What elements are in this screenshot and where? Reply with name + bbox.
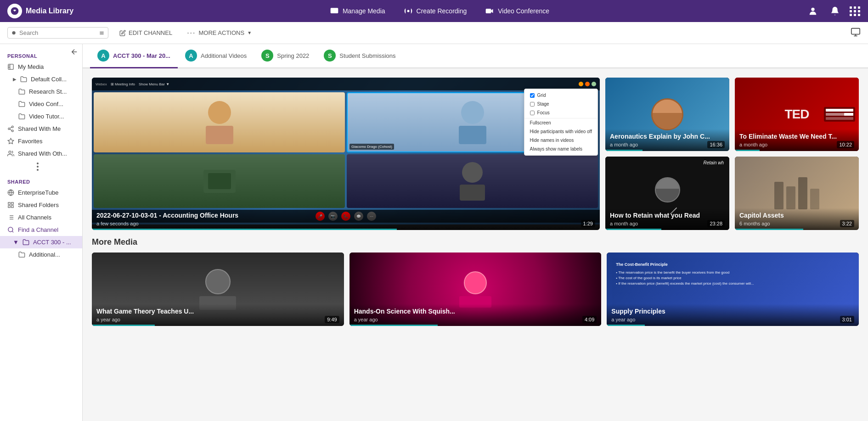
sidebar-item-all-channels[interactable]: All Channels bbox=[0, 211, 82, 224]
create-recording-label: Create Recording bbox=[417, 7, 467, 15]
capitol-assets-title: Capitol Assets bbox=[739, 212, 854, 219]
eliminate-waste-meta: a month ago 10:22 bbox=[739, 141, 854, 148]
search-box[interactable] bbox=[7, 27, 108, 39]
sidebar-item-video-tutor[interactable]: Video Tutor... bbox=[0, 110, 82, 123]
retain-meta: a month ago 23:28 bbox=[610, 220, 725, 227]
svg-point-35 bbox=[8, 227, 13, 232]
aeronautics-card[interactable]: Aeronautics Explain by John C... a month… bbox=[605, 78, 729, 151]
svg-rect-25 bbox=[8, 202, 10, 204]
toolbar: EDIT CHANNEL ··· MORE ACTIONS ▼ bbox=[0, 22, 868, 44]
featured-video-card[interactable]: Webex ⊞ Meeting Info Show Menu Bar ▼ bbox=[92, 78, 600, 230]
svg-rect-26 bbox=[11, 202, 13, 204]
tab-additional-videos[interactable]: A Additional Videos bbox=[178, 44, 254, 68]
sidebar-item-dots-menu[interactable] bbox=[0, 160, 82, 174]
capitol-assets-progress bbox=[735, 229, 803, 230]
svg-line-6 bbox=[15, 34, 16, 35]
tab-label-acct: ACCT 300 - Mar 20... bbox=[113, 52, 170, 59]
game-theory-progress bbox=[92, 325, 155, 326]
create-recording-link[interactable]: Create Recording bbox=[395, 3, 476, 19]
retain-card[interactable]: Retain wh bbox=[605, 157, 729, 230]
sidebar-label-acct-300: ACCT 300 - ... bbox=[33, 239, 71, 246]
apps-grid-button[interactable] bbox=[850, 6, 861, 16]
capitol-assets-age: 6 months ago bbox=[739, 221, 770, 226]
edit-channel-button[interactable]: EDIT CHANNEL bbox=[116, 28, 176, 38]
sidebar-item-favorites[interactable]: Favorites bbox=[0, 135, 82, 147]
sidebar-label-enterprise-tube: EnterpriseTube bbox=[18, 189, 58, 196]
svg-rect-1 bbox=[331, 8, 338, 13]
sidebar-item-shared-with-me[interactable]: Shared With Me bbox=[0, 123, 82, 135]
capitol-assets-overlay: Capitol Assets 6 months ago 3:22 bbox=[735, 208, 859, 230]
sidebar-item-research-st[interactable]: Research St... bbox=[0, 85, 82, 98]
tab-spring-2022[interactable]: S Spring 2022 bbox=[254, 44, 316, 68]
svg-rect-27 bbox=[11, 206, 13, 208]
sidebar-item-find-a-channel[interactable]: Find a Channel bbox=[0, 224, 82, 236]
sidebar-label-shared-others: Shared With Oth... bbox=[18, 150, 67, 157]
featured-progress-bar bbox=[92, 229, 397, 230]
retain-title: How to Retain what you Read bbox=[610, 212, 725, 219]
aeronautics-age: a month ago bbox=[610, 142, 638, 147]
sidebar-item-acct-300[interactable]: ▼ ACCT 300 - ... bbox=[0, 236, 82, 248]
search-input[interactable] bbox=[19, 29, 96, 36]
featured-video-title: 2022-06-27-10-03-01 - Accounting Office … bbox=[96, 212, 595, 219]
featured-video-age: a few seconds ago bbox=[96, 221, 139, 226]
tab-label-student: Student Submissions bbox=[339, 52, 395, 59]
user-profile-button[interactable] bbox=[806, 4, 820, 18]
more-media-title: More Media bbox=[92, 237, 859, 247]
tab-avatar-additional: A bbox=[185, 50, 197, 62]
edit-channel-label: EDIT CHANNEL bbox=[129, 29, 172, 36]
capitol-assets-card[interactable]: Capitol Assets 6 months ago 3:22 bbox=[735, 157, 859, 230]
sidebar: PERSONAL My Media ▶ Default Coll... Rese… bbox=[0, 44, 83, 421]
tab-student-submissions[interactable]: S Student Submissions bbox=[316, 44, 403, 68]
more-actions-button[interactable]: ··· MORE ACTIONS ▼ bbox=[183, 27, 255, 39]
sidebar-collapse-button[interactable] bbox=[70, 48, 79, 58]
brand-link[interactable]: Media Library bbox=[7, 4, 73, 18]
eliminate-waste-overlay: To Eliminate Waste We Need T... a month … bbox=[735, 129, 859, 151]
game-theory-title: What Game Theory Teaches U... bbox=[96, 308, 339, 315]
eliminate-waste-card[interactable]: TED To Eliminate Waste We N bbox=[735, 78, 859, 151]
tab-label-additional: Additional Videos bbox=[201, 52, 247, 59]
svg-point-22 bbox=[9, 151, 11, 153]
game-theory-card[interactable]: What Game Theory Teaches U... a year ago… bbox=[92, 253, 344, 326]
svg-rect-11 bbox=[851, 28, 860, 34]
sidebar-item-default-coll[interactable]: ▶ Default Coll... bbox=[0, 73, 82, 85]
sidebar-item-enterprise-tube[interactable]: EnterpriseTube bbox=[0, 186, 82, 199]
video-conference-link[interactable]: Video Conference bbox=[476, 3, 558, 19]
brand-icon bbox=[7, 4, 22, 18]
aeronautics-duration: 16:36 bbox=[707, 141, 725, 148]
sidebar-item-additional[interactable]: Additional... bbox=[0, 248, 82, 261]
science-card[interactable]: Hands-On Science With Squish... a year a… bbox=[349, 253, 602, 326]
expand-arrow-default-coll: ▶ bbox=[13, 77, 17, 82]
tab-acct-300[interactable]: A ACCT 300 - Mar 20... bbox=[90, 44, 178, 68]
filter-icon bbox=[99, 30, 104, 36]
sidebar-label-research-st: Research St... bbox=[29, 88, 67, 95]
video-conference-label: Video Conference bbox=[498, 7, 549, 15]
more-actions-chevron: ▼ bbox=[247, 30, 252, 35]
svg-point-17 bbox=[8, 128, 10, 130]
supply-principles-title: Supply Principles bbox=[611, 308, 854, 315]
tab-avatar-student: S bbox=[324, 50, 336, 62]
side-videos-col2: TED To Eliminate Waste We N bbox=[735, 78, 859, 230]
sidebar-item-my-media[interactable]: My Media bbox=[0, 61, 82, 73]
science-duration: 4:09 bbox=[582, 316, 597, 323]
sidebar-label-my-media: My Media bbox=[18, 63, 44, 70]
supply-principles-overlay: Supply Principles a year ago 3:01 bbox=[607, 304, 859, 326]
manage-media-link[interactable]: Manage Media bbox=[321, 3, 395, 19]
sidebar-item-shared-folders[interactable]: Shared Folders bbox=[0, 199, 82, 211]
retain-overlay: How to Retain what you Read a month ago … bbox=[605, 208, 729, 230]
sidebar-item-video-conf[interactable]: Video Conf... bbox=[0, 98, 82, 110]
top-nav-right bbox=[806, 4, 861, 18]
sidebar-item-shared-others[interactable]: Shared With Oth... bbox=[0, 147, 82, 160]
shared-section-label: SHARED bbox=[0, 174, 82, 186]
game-theory-overlay: What Game Theory Teaches U... a year ago… bbox=[92, 304, 344, 326]
monitor-button[interactable] bbox=[851, 27, 861, 39]
capitol-assets-duration: 3:22 bbox=[840, 220, 854, 227]
tab-avatar-spring: S bbox=[261, 50, 273, 62]
svg-line-19 bbox=[10, 129, 11, 130]
svg-rect-3 bbox=[486, 9, 491, 13]
eliminate-waste-age: a month ago bbox=[739, 142, 767, 147]
supply-principles-duration: 3:01 bbox=[840, 316, 854, 323]
notifications-button[interactable] bbox=[828, 4, 842, 18]
supply-principles-card[interactable]: The Cost-Benefit Principle • The reserva… bbox=[607, 253, 859, 326]
svg-rect-28 bbox=[8, 206, 10, 208]
featured-video-duration: 1:29 bbox=[581, 220, 595, 227]
